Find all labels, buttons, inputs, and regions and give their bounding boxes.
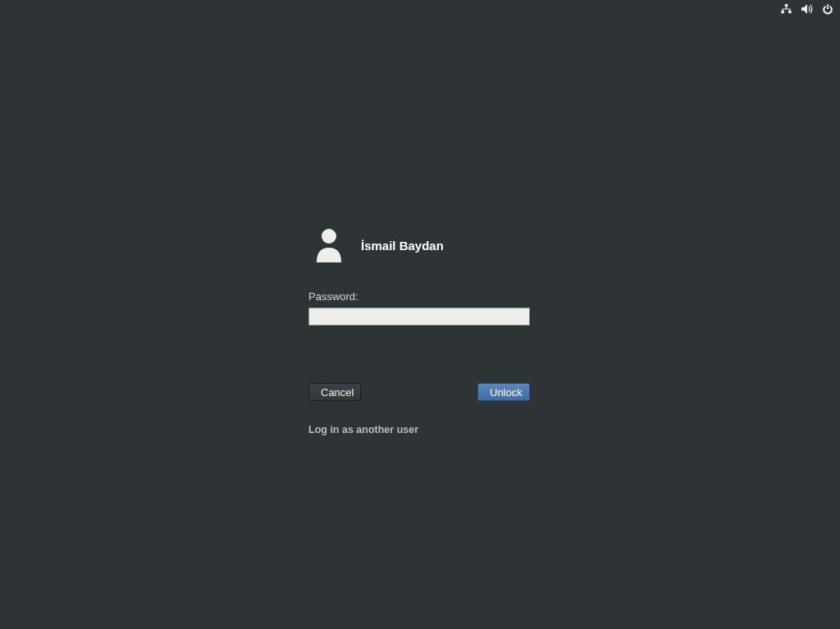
log-in-as-another-user-link[interactable]: Log in as another user [308,424,530,435]
button-row: Cancel Unlock [308,383,530,401]
unlock-button[interactable]: Unlock [477,383,530,401]
password-label: Password: [308,290,530,303]
avatar-icon [315,228,343,262]
svg-point-8 [322,229,336,244]
username-label: İsmail Baydan [361,239,444,253]
password-input[interactable] [308,308,530,326]
power-icon[interactable] [822,3,833,15]
volume-icon[interactable] [801,3,814,15]
network-icon[interactable] [780,3,792,15]
svg-rect-2 [788,11,792,14]
login-panel: İsmail Baydan Password: Cancel Unlock Lo… [308,228,530,435]
user-row: İsmail Baydan [315,228,530,262]
svg-rect-0 [785,4,788,7]
cancel-button[interactable]: Cancel [308,383,361,401]
svg-rect-1 [781,11,784,14]
status-bar [780,3,833,15]
